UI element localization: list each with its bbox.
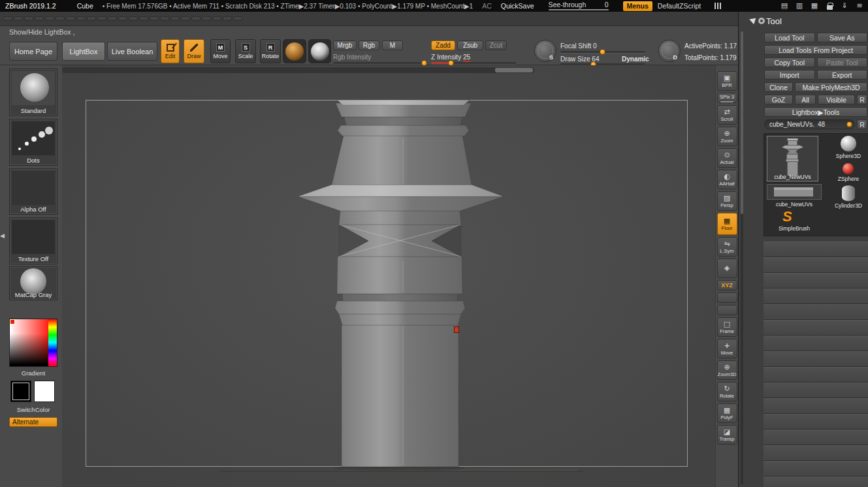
palette-divider-icon[interactable] [748,16,756,24]
ui-groups-icon[interactable] [715,3,722,9]
menu-item[interactable] [223,16,232,21]
menu-item[interactable] [202,16,211,21]
palette-scrollbar[interactable] [741,31,743,484]
secondary-color-swatch[interactable] [34,381,55,402]
tool-palette-section[interactable] [764,273,868,289]
shelf-button[interactable] [717,292,737,303]
goz-all-button[interactable]: All [795,95,816,104]
panel-layout-2-icon[interactable]: ▥ [795,1,804,10]
quicksave-button[interactable]: QuickSave [501,2,534,10]
zcut-button[interactable]: Zcut [485,40,507,50]
slider-r-button[interactable]: R [857,119,867,129]
tool-palette-section[interactable] [764,477,868,487]
canvas-hscroll-thumb[interactable] [495,68,533,72]
draw-button[interactable]: Draw [184,39,204,63]
paste-tool-button[interactable]: Paste Tool [817,57,868,67]
stroke-selector[interactable]: Dots [9,119,57,166]
canvas[interactable] [62,65,715,487]
shelf-button[interactable]: XYZ [717,280,737,291]
goz-r-button[interactable]: R [857,95,867,104]
shelf-button[interactable]: Floor [717,213,737,235]
divider-arrow-left[interactable]: ◀ [0,232,5,239]
focal-shift-handle[interactable] [600,49,605,55]
tool-palette-section[interactable] [764,289,868,304]
tool-palette-section[interactable] [764,383,868,398]
clone-button[interactable]: Clone [764,82,793,92]
shelf-button[interactable]: Persp [717,191,737,211]
color-field[interactable] [10,319,48,366]
edit-button[interactable]: Edit [161,39,180,63]
menu-item[interactable] [87,16,96,21]
import-button[interactable]: Import [764,70,815,80]
menu-item[interactable] [181,16,190,21]
shelf-button[interactable] [717,259,737,278]
shelf-button[interactable]: Zoom3D [717,360,737,380]
copy-tool-button[interactable]: Copy Tool [764,57,815,67]
tool-palette-section[interactable] [764,336,868,351]
shelf-button[interactable]: Frame [717,317,737,337]
load-tool-button[interactable]: Load Tool [764,33,815,42]
tool-slider-handle[interactable] [846,121,852,127]
make-polymesh3d-button[interactable]: Make PolyMesh3D [795,82,867,92]
menu-item[interactable] [108,16,117,21]
zscript-button[interactable]: DefaultZScript [658,2,701,10]
menu-item[interactable] [170,16,180,21]
menu-list-icon[interactable]: ≡ [855,1,864,10]
shelf-button[interactable]: BPR [717,71,737,91]
menu-item[interactable] [160,16,169,21]
menu-item[interactable] [66,16,75,21]
tool-palette-section[interactable] [764,304,868,320]
document-view[interactable] [62,65,715,487]
tool-inventory-item[interactable]: Cylinder3D [835,185,862,210]
tool-palette-section[interactable] [764,257,868,273]
zsub-button[interactable]: Zsub [457,40,483,50]
move-button[interactable]: M Move [210,39,231,63]
canvas-hscrollbar[interactable] [62,67,534,73]
menu-item[interactable] [97,16,106,21]
menu-item[interactable] [212,16,221,21]
brush-selector[interactable]: Standard [9,69,57,116]
shelf-button[interactable]: SPix 3 [717,93,737,103]
tool-palette-section[interactable] [764,242,868,257]
simplebrush-icon[interactable]: S [782,208,792,225]
gradient-label[interactable]: Gradient [9,369,57,377]
save-as-button[interactable]: Save As [817,33,868,42]
shelf-button[interactable]: Rotate [717,382,737,401]
menu-item[interactable] [14,16,23,21]
tool-palette-section[interactable] [764,445,868,461]
see-through-track[interactable] [549,9,609,10]
tool-palette-section[interactable] [764,430,868,445]
load-tools-from-project-button[interactable]: Load Tools From Project [764,45,867,55]
zadd-button[interactable]: Zadd [431,40,455,50]
tool-palette-section[interactable] [764,351,868,367]
tool-slider[interactable]: cube_NewUVs. 48 [764,119,855,129]
material-preview[interactable] [308,39,331,63]
palette-scroll-thumb[interactable] [741,31,743,214]
switchcolor-label[interactable]: SwitchColor [9,406,57,413]
alpha-selector[interactable]: Alpha Off [9,168,57,215]
secondary-tool-thumbnail[interactable] [767,184,822,200]
goz-button[interactable]: GoZ [764,95,793,104]
tool-palette-section[interactable] [764,320,868,336]
menu-item[interactable] [118,16,127,21]
dynamic-label[interactable]: Dynamic [622,55,649,63]
lock-icon[interactable] [825,1,834,10]
tool-palette-section[interactable] [764,414,868,430]
see-through-slider[interactable]: See-through 0 [549,1,609,10]
menu-item[interactable] [76,16,86,21]
home-page-button[interactable]: Home Page [9,42,57,61]
brush-preview[interactable] [283,39,306,63]
lightbox-button[interactable]: LightBox [62,42,105,61]
menu-item[interactable] [233,16,242,21]
rgb-intensity-slider[interactable] [333,62,428,64]
shelf-button[interactable]: L.Sym [717,237,737,257]
tool-inventory-item[interactable]: Sphere3D [836,135,861,160]
panel-layout-3-icon[interactable]: ▦ [810,1,819,10]
current-tool-thumbnail[interactable]: cube_NewUVs [767,136,818,181]
menu-item[interactable] [139,16,148,21]
m-button[interactable]: M [382,40,403,50]
tool-inventory-item[interactable]: ZSphere [838,160,860,185]
menus-button[interactable]: Menus [623,1,652,11]
menu-item[interactable] [150,16,159,21]
shelf-button[interactable]: Actual [717,148,737,168]
